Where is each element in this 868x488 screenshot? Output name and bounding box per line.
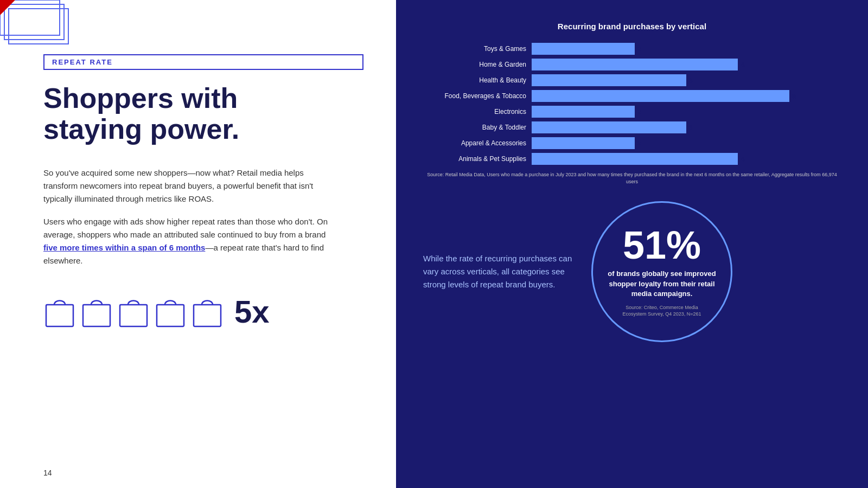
svg-rect-4 bbox=[46, 305, 73, 326]
bar-row: Home & Garden4 bbox=[423, 59, 841, 70]
svg-rect-1 bbox=[4, 4, 64, 40]
bar-chart: Toys & Games2Home & Garden4Health & Beau… bbox=[423, 43, 841, 165]
bar-row: Health & Beauty3 bbox=[423, 74, 841, 86]
bar-fill bbox=[532, 153, 738, 165]
bar-row: Food, Beverages & Tobacco5 bbox=[423, 90, 841, 102]
multiplier-label: 5x bbox=[234, 293, 270, 330]
bar-label: Apparel & Accessories bbox=[423, 139, 532, 147]
bar-track: 4 bbox=[532, 153, 744, 165]
bar-value-label: 3 bbox=[689, 124, 693, 132]
bar-track: 2 bbox=[532, 43, 641, 55]
bar-fill bbox=[532, 59, 738, 70]
bar-value-label: 2 bbox=[637, 45, 641, 53]
bar-row: Electronics2 bbox=[423, 106, 841, 118]
circle-stat: 51% of brands globally see improved shop… bbox=[591, 201, 732, 342]
bar-value-label: 4 bbox=[741, 155, 744, 163]
bar-track: 5 bbox=[532, 90, 796, 102]
bottom-section: While the rate of recurring purchases ca… bbox=[423, 201, 841, 342]
headline: Shoppers with staying power. bbox=[43, 83, 363, 145]
bar-row: Apparel & Accessories2 bbox=[423, 137, 841, 149]
bar-row: Toys & Games2 bbox=[423, 43, 841, 55]
bar-value-label: 2 bbox=[637, 108, 641, 116]
bar-fill bbox=[532, 137, 635, 149]
chart-section: Recurring brand purchases by vertical To… bbox=[423, 16, 841, 196]
svg-rect-5 bbox=[83, 305, 110, 326]
bar-fill bbox=[532, 74, 686, 86]
bar-label: Home & Garden bbox=[423, 61, 532, 68]
bar-fill bbox=[532, 43, 635, 55]
bar-track: 3 bbox=[532, 121, 693, 133]
while-text: While the rate of recurring purchases ca… bbox=[423, 252, 575, 291]
page-number: 14 bbox=[43, 468, 52, 477]
bar-track: 2 bbox=[532, 106, 641, 118]
svg-rect-7 bbox=[157, 305, 184, 326]
bar-value-label: 4 bbox=[741, 61, 744, 69]
bag-icon-2 bbox=[80, 294, 113, 329]
bar-track: 4 bbox=[532, 59, 744, 70]
chart-source: Source: Retail Media Data, Users who mad… bbox=[423, 171, 841, 185]
bar-label: Baby & Toddler bbox=[423, 124, 532, 131]
stat-number: 51% bbox=[623, 226, 701, 265]
bar-track: 2 bbox=[532, 137, 641, 149]
bar-label: Animals & Pet Supplies bbox=[423, 155, 532, 163]
repeat-rate-badge: REPEAT RATE bbox=[43, 54, 363, 70]
bar-label: Health & Beauty bbox=[423, 76, 532, 84]
bar-fill bbox=[532, 106, 635, 118]
chart-title: Recurring brand purchases by vertical bbox=[423, 22, 841, 31]
bar-label: Electronics bbox=[423, 108, 532, 115]
svg-rect-8 bbox=[194, 305, 221, 326]
bar-row: Baby & Toddler3 bbox=[423, 121, 841, 133]
bar-fill bbox=[532, 121, 686, 133]
bag-icon-5 bbox=[191, 294, 224, 329]
svg-marker-3 bbox=[0, 0, 15, 15]
bar-label: Food, Beverages & Tobacco bbox=[423, 92, 532, 100]
body-paragraph-2: Users who engage with ads show higher re… bbox=[43, 215, 336, 267]
svg-rect-6 bbox=[120, 305, 147, 326]
corner-decoration bbox=[0, 0, 71, 49]
bar-label: Toys & Games bbox=[423, 45, 532, 53]
right-panel: Recurring brand purchases by vertical To… bbox=[396, 0, 868, 488]
left-panel: REPEAT RATE Shoppers with staying power.… bbox=[0, 0, 396, 488]
bar-fill bbox=[532, 90, 789, 102]
bag-icon-4 bbox=[154, 294, 187, 329]
bar-value-label: 5 bbox=[792, 92, 796, 100]
bag-icon-3 bbox=[117, 294, 150, 329]
bag-icon-1 bbox=[43, 294, 76, 329]
stat-source: Source: Criteo, Commerce MediaEcosystem … bbox=[622, 304, 701, 318]
shopping-bags-illustration: 5x bbox=[43, 293, 363, 330]
stat-description: of brands globally see improved shopper … bbox=[604, 269, 720, 299]
bar-row: Animals & Pet Supplies4 bbox=[423, 153, 841, 165]
body-paragraph-1: So you've acquired some new shoppers—now… bbox=[43, 166, 336, 206]
bar-value-label: 3 bbox=[689, 76, 693, 85]
bar-value-label: 2 bbox=[637, 139, 641, 147]
bar-track: 3 bbox=[532, 74, 693, 86]
